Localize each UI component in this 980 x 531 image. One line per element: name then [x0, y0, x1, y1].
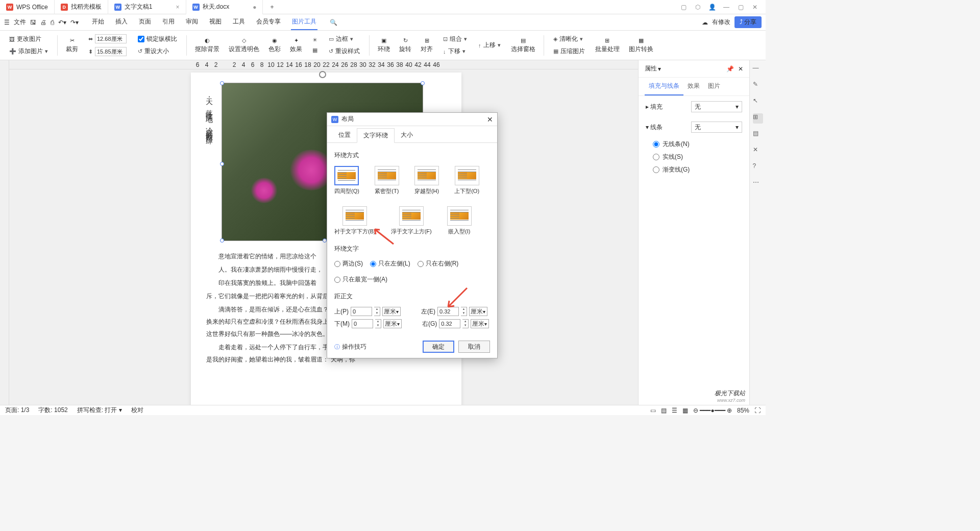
- width-field[interactable]: ⬌: [86, 33, 129, 44]
- tab-template[interactable]: D 找稻壳模板: [55, 0, 108, 14]
- add-image-button[interactable]: ➕ 添加图片 ▾: [7, 46, 50, 57]
- settings-icon[interactable]: ⊞: [753, 113, 763, 124]
- line-select[interactable]: 无▾: [691, 122, 742, 133]
- proofread[interactable]: 校对: [131, 406, 143, 415]
- radio-no-line[interactable]: 无线条(N): [653, 138, 742, 151]
- spinner-top[interactable]: ▲▼: [374, 307, 380, 316]
- view-web-icon[interactable]: ▤: [661, 407, 667, 414]
- word-count[interactable]: 字数: 1052: [38, 406, 67, 415]
- rp-tab-fill[interactable]: 填充与线条: [645, 78, 683, 95]
- wrap-square[interactable]: 四周型(Q): [334, 166, 359, 195]
- unit-bottom[interactable]: 厘米▾: [383, 319, 402, 328]
- shadow-icon[interactable]: ▦: [310, 46, 320, 55]
- unit-left[interactable]: 厘米▾: [469, 307, 487, 316]
- avatar-icon[interactable]: 👤: [705, 1, 719, 14]
- tab-reference[interactable]: 引用: [161, 14, 176, 30]
- resize-handle-nw[interactable]: [220, 81, 224, 85]
- close-icon[interactable]: ×: [176, 4, 179, 11]
- cube-icon[interactable]: ⬡: [691, 1, 704, 14]
- tab-page[interactable]: 页面: [138, 14, 152, 30]
- tab-doc2[interactable]: W 秋天.docx ●: [186, 0, 263, 14]
- border-button[interactable]: ▭ 边框 ▾: [327, 34, 362, 44]
- panel-close-icon[interactable]: ✕: [738, 65, 743, 73]
- layers-icon[interactable]: ▤: [753, 130, 763, 140]
- radio-solid-line[interactable]: 实线(S): [653, 151, 742, 163]
- change-image-button[interactable]: 🖼 更改图片: [7, 34, 50, 44]
- redo-icon[interactable]: ↷▾: [70, 19, 79, 26]
- move-down-button[interactable]: ↓ 下移 ▾: [441, 46, 469, 57]
- spinner-left[interactable]: ▲▼: [461, 307, 467, 316]
- resize-handle-w[interactable]: [220, 162, 224, 166]
- radio-gradient-line[interactable]: 渐变线(G): [653, 163, 742, 176]
- save-icon[interactable]: 🖫: [30, 19, 36, 26]
- preview-icon[interactable]: ⎙: [51, 19, 54, 26]
- zoom-slider[interactable]: ⊖ ━━━●━━━ ⊕: [693, 407, 732, 414]
- color-button[interactable]: ◉色彩: [265, 37, 284, 54]
- pencil-icon[interactable]: ✎: [753, 81, 763, 91]
- lock-ratio-checkbox[interactable]: 锁定纵横比: [136, 34, 179, 44]
- move-up-button[interactable]: ↑ 上移 ▾: [476, 40, 503, 51]
- cancel-button[interactable]: 取消: [458, 341, 490, 353]
- rotate-handle[interactable]: [319, 71, 326, 78]
- rotate-button[interactable]: ↻旋转: [396, 37, 414, 54]
- clarity-button[interactable]: ◈ 清晰化 ▾: [551, 34, 587, 44]
- search-icon[interactable]: 🔍: [330, 19, 337, 26]
- page-indicator[interactable]: 页面: 1/3: [5, 406, 29, 415]
- tab-doc1[interactable]: W 文字文稿1 ×: [108, 0, 186, 14]
- maximize-icon[interactable]: ▢: [734, 1, 747, 14]
- tab-tools[interactable]: 工具: [232, 14, 246, 30]
- batch-button[interactable]: ⊞批量处理: [592, 37, 623, 54]
- tools-icon[interactable]: ✕: [753, 146, 763, 156]
- cursor-icon[interactable]: ↖: [753, 97, 763, 107]
- dialog-titlebar[interactable]: W 布局 ✕: [327, 113, 497, 126]
- align-button[interactable]: ⊞对齐: [418, 37, 436, 54]
- wrap-through[interactable]: 穿越型(H): [414, 166, 439, 195]
- spinner-right[interactable]: ▲▼: [462, 319, 469, 328]
- selection-pane-button[interactable]: ▤选择窗格: [508, 37, 538, 54]
- transparent-button[interactable]: ◇设置透明色: [226, 37, 262, 54]
- wrap-button[interactable]: ▣环绕: [375, 37, 393, 54]
- convert-button[interactable]: ▦图片转换: [626, 37, 656, 54]
- tab-picture-tools[interactable]: 图片工具: [291, 14, 317, 30]
- wrap-front[interactable]: 浮于文字上方(F): [391, 206, 432, 235]
- reset-style-button[interactable]: ↺ 重设样式: [327, 46, 362, 57]
- radio-both-sides[interactable]: 两边(S): [334, 259, 363, 268]
- view-read-icon[interactable]: ▦: [682, 407, 688, 414]
- tab-insert[interactable]: 插入: [114, 14, 129, 30]
- share-button[interactable]: ⤴ 分享: [734, 16, 762, 28]
- dialog-tab-size[interactable]: 大小: [395, 128, 419, 142]
- tab-view[interactable]: 视图: [208, 14, 223, 30]
- layout-icon[interactable]: ▢: [677, 1, 690, 14]
- collapse-icon[interactable]: —: [753, 64, 763, 75]
- resize-handle-s[interactable]: [323, 238, 327, 243]
- close-window-icon[interactable]: ✕: [748, 1, 762, 14]
- compress-button[interactable]: ▦ 压缩图片: [551, 46, 587, 57]
- crop-button[interactable]: ✂裁剪: [63, 37, 81, 54]
- resize-handle-ne[interactable]: [421, 81, 425, 85]
- app-tab[interactable]: W WPS Office: [0, 0, 55, 14]
- file-menu[interactable]: 文件: [14, 18, 26, 27]
- new-tab-button[interactable]: ＋: [263, 0, 281, 14]
- radio-right-only[interactable]: 只在右侧(R): [418, 259, 459, 268]
- reset-size-button[interactable]: ↺ 重设大小: [136, 46, 179, 57]
- resize-handle-sw[interactable]: [220, 238, 224, 243]
- dialog-tab-wrap[interactable]: 文字环绕: [357, 128, 395, 143]
- print-icon[interactable]: 🖨: [40, 19, 46, 26]
- fit-icon[interactable]: ⛶: [754, 407, 761, 414]
- unit-top[interactable]: 厘米▾: [382, 307, 401, 316]
- spell-check[interactable]: 拼写检查: 打开 ▾: [77, 406, 122, 415]
- minimize-icon[interactable]: —: [720, 1, 733, 14]
- fill-select[interactable]: 无▾: [691, 101, 742, 112]
- group-button[interactable]: ⊡ 组合 ▾: [441, 34, 469, 44]
- help-icon[interactable]: ?: [753, 162, 763, 173]
- zoom-value[interactable]: 85%: [737, 407, 749, 414]
- more-icon[interactable]: ⋯: [753, 179, 763, 189]
- rp-tab-picture[interactable]: 图片: [704, 78, 724, 95]
- tab-start[interactable]: 开始: [91, 14, 105, 30]
- radio-largest-only[interactable]: 只在最宽一侧(A): [334, 275, 387, 284]
- tab-member[interactable]: 会员专享: [255, 14, 282, 30]
- remove-bg-button[interactable]: ◐抠除背景: [192, 37, 223, 54]
- cloud-icon[interactable]: ☁: [702, 19, 708, 26]
- undo-icon[interactable]: ↶▾: [58, 19, 66, 26]
- effect-button[interactable]: ✦效果: [287, 37, 305, 54]
